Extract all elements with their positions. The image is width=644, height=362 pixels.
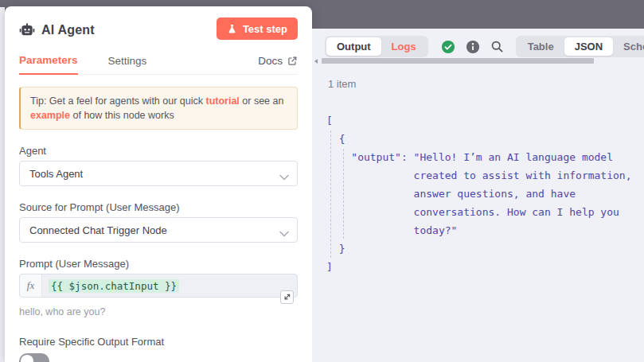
scroll-left-arrow[interactable] [314, 59, 318, 64]
node-title: AI Agent [41, 23, 95, 37]
flask-icon [227, 24, 237, 34]
tip-banner: Tip: Get a feel for agents with our quic… [19, 87, 298, 130]
prompt-source-value: Connected Chat Trigger Node [29, 224, 167, 236]
agent-field-label: Agent [19, 145, 298, 157]
n8n-node-detail-view: AI Agent Test step Parameters Settings D… [0, 0, 644, 362]
ai-agent-robot-icon [19, 22, 35, 38]
result-tab-group: Output Logs [325, 36, 428, 57]
output-format-toggle[interactable] [19, 353, 49, 362]
tip-text: Tip: Get a feel for agents with our quic… [30, 95, 205, 107]
test-step-button[interactable]: Test step [217, 18, 298, 40]
expression-value[interactable]: {{ $json.chatInput }} [42, 274, 297, 297]
chevron-down-icon [279, 228, 289, 239]
output-header-icons [441, 40, 505, 54]
example-link[interactable]: example [30, 110, 70, 121]
prompt-source-select[interactable]: Connected Chat Trigger Node [19, 217, 298, 243]
chevron-down-icon [279, 171, 289, 183]
tab-schema[interactable]: Schema [613, 37, 644, 56]
toggle-knob [21, 355, 33, 362]
prompt-field-label: Prompt (User Message) [19, 258, 298, 270]
expression-preview: hello, who are you? [19, 306, 298, 317]
fx-badge: fx [20, 274, 42, 297]
expand-expression-button[interactable] [280, 290, 294, 304]
prompt-expression-field[interactable]: fx {{ $json.chatInput }} [19, 274, 298, 298]
tab-settings[interactable]: Settings [108, 50, 147, 74]
tip-text: or see an [240, 95, 284, 107]
tab-output[interactable]: Output [326, 37, 381, 56]
node-header: AI Agent Test step [19, 18, 298, 43]
tab-json[interactable]: JSON [564, 37, 613, 56]
items-count: 1 item [328, 78, 356, 90]
search-icon[interactable] [490, 40, 505, 54]
agent-select[interactable]: Tools Agent [19, 161, 298, 186]
agent-select-value: Tools Agent [29, 168, 83, 180]
tab-table[interactable]: Table [517, 37, 564, 56]
node-tabs: Parameters Settings Docs [19, 49, 298, 75]
tip-text: of how this node works [70, 110, 174, 121]
horizontal-scrollbar[interactable] [322, 58, 594, 64]
output-panel-header: Output Logs Table JSON Schema [325, 36, 633, 57]
docs-link[interactable]: Docs [258, 55, 298, 74]
tab-parameters[interactable]: Parameters [19, 49, 78, 75]
success-check-icon [441, 40, 455, 54]
tutorial-link[interactable]: tutorial [205, 95, 239, 107]
info-icon[interactable] [466, 40, 480, 54]
indent-guide [330, 130, 331, 258]
expression-chip[interactable]: {{ $json.chatInput }} [49, 279, 179, 293]
output-format-label: Require Specific Output Format [19, 336, 298, 348]
json-output-code[interactable]: [ { "output": "Hello! I’m an AI language… [326, 111, 644, 276]
output-panel: Output Logs Table JSON Schema [312, 29, 644, 362]
node-settings-panel: AI Agent Test step Parameters Settings D… [5, 6, 312, 362]
view-tab-group: Table JSON Schema [516, 36, 644, 57]
external-link-icon [287, 56, 298, 66]
prompt-source-label: Source for Prompt (User Message) [19, 201, 298, 213]
tab-logs[interactable]: Logs [381, 37, 427, 56]
indent-guide [343, 149, 344, 239]
json-output-view: [ { "output": "Hello! I’m an AI language… [326, 111, 644, 362]
